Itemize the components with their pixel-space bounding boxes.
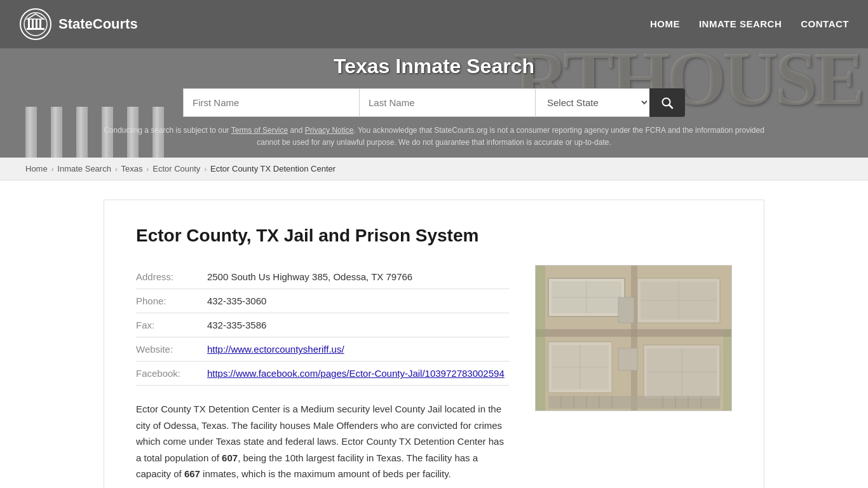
website-label: Website: xyxy=(136,337,207,362)
facility-aerial-photo xyxy=(536,266,731,410)
nav-home[interactable]: HOME xyxy=(650,18,680,29)
address-value: 2500 South Us Highway 385, Odessa, TX 79… xyxy=(207,265,510,289)
phone-value: 432-335-3060 xyxy=(207,289,510,313)
breadcrumb-sep-2: › xyxy=(115,165,118,173)
fax-value: 432-335-3586 xyxy=(207,313,510,337)
fax-label: Fax: xyxy=(136,313,207,337)
nav-contact[interactable]: CONTACT xyxy=(801,18,849,29)
facility-body: Address: 2500 South Us Highway 385, Odes… xyxy=(136,265,732,482)
content-card: Ector County, TX Jail and Prison System … xyxy=(104,200,764,488)
breadcrumb-state[interactable]: Texas xyxy=(121,164,143,173)
site-name: StateCourts xyxy=(58,16,138,32)
terms-link[interactable]: Terms of Service xyxy=(231,126,288,135)
info-table: Address: 2500 South Us Highway 385, Odes… xyxy=(136,265,510,386)
svg-rect-4 xyxy=(36,19,37,28)
address-label: Address: xyxy=(136,265,207,289)
svg-rect-5 xyxy=(39,19,41,28)
breadcrumb: Home › Inmate Search › Texas › Ector Cou… xyxy=(0,158,868,180)
breadcrumb-sep-4: › xyxy=(204,165,207,173)
svg-rect-3 xyxy=(32,19,34,28)
privacy-link[interactable]: Privacy Notice xyxy=(305,126,354,135)
search-icon xyxy=(661,97,674,109)
facebook-label: Facebook: xyxy=(136,362,207,386)
table-row: Phone: 432-335-3060 xyxy=(136,289,510,313)
desc-part3: inmates, which is the maximum amount of … xyxy=(200,468,451,479)
svg-rect-33 xyxy=(548,396,720,409)
logo-link[interactable]: StateCourts xyxy=(19,8,650,41)
hero-section: RTHOUSE StateCourts xyxy=(0,0,868,158)
nav-inmate-search[interactable]: INMATE SEARCH xyxy=(699,18,782,29)
state-select[interactable]: Select StateAlabamaAlaskaArizonaArkansas… xyxy=(535,88,649,117)
table-row: Address: 2500 South Us Highway 385, Odes… xyxy=(136,265,510,289)
breadcrumb-current: Ector County TX Detention Center xyxy=(210,164,336,173)
pillar-decoration xyxy=(25,107,37,158)
facility-description: Ector County TX Detention Center is a Me… xyxy=(136,401,510,482)
phone-label: Phone: xyxy=(136,289,207,313)
breadcrumb-county[interactable]: Ector County xyxy=(153,164,200,173)
population-value: 607 xyxy=(222,452,238,463)
website-link[interactable]: http://www.ectorcountysheriff.us/ xyxy=(207,344,344,355)
nav-links: HOME INMATE SEARCH CONTACT xyxy=(650,18,849,30)
breadcrumb-inmate-search[interactable]: Inmate Search xyxy=(57,164,111,173)
svg-rect-43 xyxy=(536,266,545,410)
breadcrumb-home[interactable]: Home xyxy=(25,164,48,173)
search-button[interactable] xyxy=(649,88,685,117)
svg-rect-7 xyxy=(27,28,44,30)
table-row: Website: http://www.ectorcountysheriff.u… xyxy=(136,337,510,362)
svg-rect-13 xyxy=(631,266,637,410)
facility-info: Address: 2500 South Us Highway 385, Odes… xyxy=(136,265,510,482)
svg-rect-32 xyxy=(618,348,637,370)
svg-rect-31 xyxy=(618,297,634,323)
main-content: Ector County, TX Jail and Prison System … xyxy=(53,180,815,488)
aerial-svg xyxy=(536,266,731,410)
svg-rect-2 xyxy=(28,19,30,28)
logo-icon xyxy=(19,8,52,41)
hero-title: Texas Inmate Search xyxy=(334,55,534,78)
website-value: http://www.ectorcountysheriff.us/ xyxy=(207,337,510,362)
pillar-decoration xyxy=(51,107,62,158)
breadcrumb-sep-3: › xyxy=(147,165,149,173)
facebook-value: https://www.facebook.com/pages/Ector-Cou… xyxy=(207,362,510,386)
first-name-input[interactable] xyxy=(183,88,359,117)
svg-rect-44 xyxy=(723,329,731,410)
facebook-link[interactable]: https://www.facebook.com/pages/Ector-Cou… xyxy=(207,368,505,379)
svg-line-9 xyxy=(669,105,672,108)
disclaimer-text: Conducting a search is subject to our Te… xyxy=(85,125,783,158)
top-navigation: StateCourts HOME INMATE SEARCH CONTACT xyxy=(0,0,868,48)
search-bar: Select StateAlabamaAlaskaArizonaArkansas… xyxy=(183,88,685,117)
table-row: Facebook: https://www.facebook.com/pages… xyxy=(136,362,510,386)
breadcrumb-sep-1: › xyxy=(51,165,54,173)
table-row: Fax: 432-335-3586 xyxy=(136,313,510,337)
capacity-value: 667 xyxy=(184,468,200,479)
facility-image xyxy=(535,265,732,411)
last-name-input[interactable] xyxy=(359,88,535,117)
facility-title: Ector County, TX Jail and Prison System xyxy=(136,226,732,246)
